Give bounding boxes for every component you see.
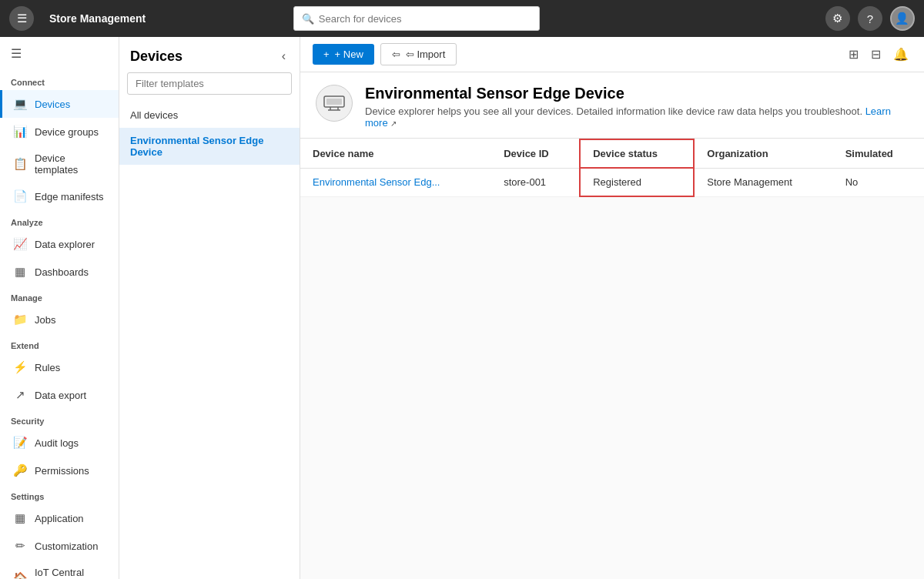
sidebar-item-customization[interactable]: ✏ Customization [0,532,119,560]
device-groups-icon: 📊 [13,125,27,139]
device-name-cell: Environmental Sensor Edg... [300,168,491,196]
simulated-cell: No [833,168,924,196]
audit-logs-icon: 📝 [13,436,27,450]
middle-panel: Devices ‹ All devices Environmental Sens… [119,37,300,579]
device-info-panel: Environmental Sensor Edge Device Device … [300,72,924,139]
device-info-text: Environmental Sensor Edge Device Device … [365,85,909,129]
import-button-label: ⇦ Import [406,49,445,60]
sidebar-item-label: Jobs [35,314,55,326]
col-organization: Organization [694,139,832,168]
filter-templates-input[interactable] [127,72,292,95]
dashboards-icon: ▦ [13,265,27,279]
search-icon: 🔍 [302,13,314,25]
sidebar-item-label: Audit logs [35,437,79,449]
sidebar-item-label: Customization [35,541,98,552]
sidebar-item-application[interactable]: ▦ Application [0,504,119,532]
svg-rect-1 [326,99,342,105]
new-button[interactable]: + + New [313,44,374,65]
all-devices-label: All devices [130,109,178,121]
hamburger-icon[interactable]: ☰ [9,6,34,31]
sidebar-item-device-groups[interactable]: 📊 Device groups [0,118,119,146]
sidebar-item-label: Device templates [35,152,108,176]
avatar[interactable]: 👤 [890,6,915,31]
sidebar-section-extend: Extend [0,333,119,353]
main-content: + + New ⇦ ⇦ Import ⊞ ⊟ 🔔 [300,37,924,579]
sidebar-item-permissions[interactable]: 🔑 Permissions [0,457,119,484]
iot-central-home-icon: 🏠 [13,571,27,579]
devices-icon: 💻 [13,97,27,111]
sidebar-item-data-explorer[interactable]: 📈 Data explorer [0,230,119,258]
sidebar-item-audit-logs[interactable]: 📝 Audit logs [0,429,119,457]
device-status-cell: Registered [580,168,694,196]
device-title: Environmental Sensor Edge Device [365,85,909,102]
sidebar-item-label: Rules [35,362,60,373]
topbar: ☰ Store Management 🔍 ⚙ ? 👤 [0,0,924,37]
sidebar-item-device-templates[interactable]: 📋 Device templates [0,146,119,182]
device-description-text: Device explorer helps you see all your d… [365,105,862,117]
topbar-icons: ⚙ ? 👤 [825,6,915,31]
sidebar-item-jobs[interactable]: 📁 Jobs [0,306,119,333]
filter-icon[interactable]: ⊟ [868,44,884,65]
layout-icon[interactable]: ⊞ [845,44,862,65]
sidebar-item-rules[interactable]: ⚡ Rules [0,353,119,381]
sidebar-item-data-export[interactable]: ↗ Data export [0,381,119,409]
col-simulated: Simulated [833,139,924,168]
external-link-icon: ↗ [390,119,397,128]
sidebar-section-manage: Manage [0,286,119,306]
app-title: Store Management [49,12,146,25]
sidebar-item-label: Permissions [35,465,89,477]
sidebar-item-dashboards[interactable]: ▦ Dashboards [0,258,119,286]
col-device-name: Device name [300,139,491,168]
permissions-icon: 🔑 [13,464,27,477]
edge-manifests-icon: 📄 [13,189,27,203]
toolbar-right-icons: ⊞ ⊟ 🔔 [845,44,912,65]
sidebar-item-label: Devices [35,99,70,110]
sidebar-item-label: Application [35,513,84,524]
sidebar-hamburger[interactable]: ☰ [0,37,119,70]
sidebar-item-edge-manifests[interactable]: 📄 Edge manifests [0,182,119,210]
search-bar[interactable]: 🔍 [293,6,540,31]
customization-icon: ✏ [13,539,27,553]
data-export-icon: ↗ [13,388,27,402]
sidebar-section-settings: Settings [0,484,119,504]
device-description: Device explorer helps you see all your d… [365,105,909,129]
sidebar-item-iot-central-home[interactable]: 🏠 IoT Central Home [0,560,119,579]
col-device-status: Device status [580,139,694,168]
sidebar-section-security: Security [0,409,119,429]
middle-panel-title: Devices [130,49,182,65]
application-icon: ▦ [13,511,27,525]
help-icon[interactable]: ? [858,6,882,31]
sidebar-item-label: Device groups [35,126,99,138]
devices-table: Device name Device ID Device status Orga… [300,139,924,197]
new-button-label: + New [335,49,363,60]
all-devices-item[interactable]: All devices [119,102,300,128]
settings-icon[interactable]: ⚙ [825,6,850,31]
notification-icon[interactable]: 🔔 [890,44,912,65]
device-icon [316,85,353,122]
env-sensor-edge-device-label: Environmental Sensor Edge Device [130,135,263,158]
main-toolbar: + + New ⇦ ⇦ Import ⊞ ⊟ 🔔 [300,37,924,72]
data-explorer-icon: 📈 [13,237,27,251]
close-icon[interactable]: ‹ [279,48,289,65]
table-area: Device name Device ID Device status Orga… [300,139,924,579]
device-templates-icon: 📋 [13,157,27,171]
sidebar-section-analyze: Analyze [0,210,119,230]
table-header-row: Device name Device ID Device status Orga… [300,139,924,168]
sidebar-item-label: Dashboards [35,266,89,278]
env-sensor-edge-device-item[interactable]: Environmental Sensor Edge Device [119,128,300,165]
sidebar-item-label: IoT Central Home [35,567,108,579]
search-input[interactable] [319,13,531,25]
device-id-cell: store-001 [491,168,580,196]
middle-panel-header: Devices ‹ [119,37,300,72]
table-row: Environmental Sensor Edg... store-001 Re… [300,168,924,196]
main-layout: ☰ Connect 💻 Devices 📊 Device groups 📋 De… [0,37,924,579]
sidebar: ☰ Connect 💻 Devices 📊 Device groups 📋 De… [0,37,119,579]
sidebar-item-label: Edge manifests [35,191,104,202]
jobs-icon: 📁 [13,313,27,326]
device-name-link[interactable]: Environmental Sensor Edg... [313,176,440,188]
import-button[interactable]: ⇦ ⇦ Import [380,43,457,65]
sidebar-item-devices[interactable]: 💻 Devices [0,90,119,118]
organization-cell: Store Management [694,168,832,196]
rules-icon: ⚡ [13,360,27,374]
plus-icon: + [323,49,330,60]
